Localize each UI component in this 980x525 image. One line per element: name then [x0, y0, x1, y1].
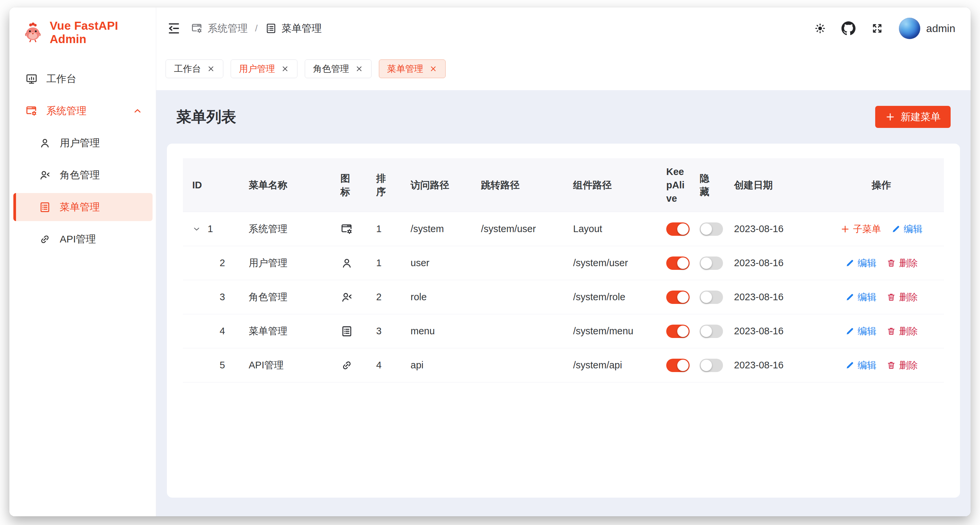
delete-button[interactable]: 删除: [886, 325, 918, 338]
menu-icon: [340, 325, 353, 338]
table-row: 4 菜单管理 3 menu /system/menu 2023-08-16: [183, 314, 944, 348]
delete-button[interactable]: 删除: [886, 291, 918, 303]
pencil-icon: [845, 327, 854, 336]
delete-label: 删除: [899, 359, 918, 372]
hidden-toggle[interactable]: [700, 222, 723, 236]
cell-id: 2: [183, 246, 239, 280]
cell-name: 系统管理: [239, 212, 331, 246]
close-icon[interactable]: [429, 65, 437, 73]
keepalive-toggle[interactable]: [666, 222, 690, 236]
cell-name: 菜单管理: [239, 314, 331, 348]
chevron-up-icon: [132, 106, 143, 116]
edit-button[interactable]: 编辑: [845, 359, 877, 372]
pencil-icon: [845, 292, 854, 302]
keepalive-toggle[interactable]: [666, 359, 690, 372]
trash-icon: [886, 292, 896, 302]
col-date: 创建日期: [725, 158, 819, 212]
keepalive-toggle[interactable]: [666, 257, 690, 270]
breadcrumb-item-menus[interactable]: 菜单管理: [265, 22, 322, 35]
breadcrumb-label: 系统管理: [208, 22, 248, 35]
delete-button[interactable]: 删除: [886, 257, 918, 270]
edit-label: 编辑: [858, 359, 877, 372]
app-title: Vue FastAPI Admin: [50, 19, 156, 46]
keepalive-toggle[interactable]: [666, 290, 690, 304]
cell-redirect: [472, 280, 564, 314]
cell-redirect: [472, 348, 564, 382]
sidebar-collapse-icon[interactable]: [166, 21, 181, 36]
theme-toggle-icon[interactable]: [814, 22, 826, 34]
plus-icon: [840, 224, 850, 234]
keepalive-toggle[interactable]: [666, 325, 690, 338]
edit-button[interactable]: 编辑: [891, 223, 923, 235]
sidebar-item-label: 系统管理: [46, 104, 86, 118]
hidden-toggle[interactable]: [700, 290, 723, 304]
fullscreen-icon[interactable]: [871, 22, 883, 35]
trash-icon: [886, 327, 896, 336]
github-icon[interactable]: [842, 21, 856, 35]
sidebar-item-roles[interactable]: 角色管理: [13, 161, 153, 189]
hidden-toggle[interactable]: [700, 257, 723, 270]
header: 系统管理 / 菜单管理 admin: [156, 7, 970, 49]
table-row: 5 API管理 4 api /system/api 2023-08-16: [183, 348, 944, 382]
close-icon[interactable]: [207, 65, 215, 73]
system-icon: [191, 22, 203, 34]
sidebar-item-menus[interactable]: 菜单管理: [13, 193, 153, 221]
sidebar-item-apis[interactable]: API管理: [13, 225, 153, 253]
tab-workbench[interactable]: 工作台: [165, 59, 223, 78]
new-menu-button[interactable]: 新建菜单: [875, 106, 951, 128]
row-expand-icon[interactable]: [192, 225, 201, 233]
edit-label: 编辑: [858, 291, 877, 303]
cell-component: /system/role: [564, 280, 657, 314]
breadcrumb-separator: /: [255, 23, 258, 34]
edit-label: 编辑: [858, 257, 877, 270]
col-icon: 图标: [331, 158, 367, 212]
menu-icon: [39, 201, 51, 214]
close-icon[interactable]: [355, 65, 363, 73]
sidebar-item-label: 工作台: [46, 72, 76, 86]
user-icon: [340, 257, 353, 270]
edit-label: 编辑: [858, 325, 877, 338]
system-icon: [25, 105, 38, 117]
cell-path: user: [401, 246, 472, 280]
page-title: 菜单列表: [176, 107, 236, 127]
tab-roles[interactable]: 角色管理: [305, 59, 372, 78]
cell-redirect: [472, 246, 564, 280]
edit-button[interactable]: 编辑: [845, 291, 877, 303]
col-name: 菜单名称: [239, 158, 331, 212]
delete-label: 删除: [899, 291, 918, 303]
tab-menus[interactable]: 菜单管理: [379, 59, 445, 78]
cell-date: 2023-08-16: [725, 246, 819, 280]
edit-button[interactable]: 编辑: [845, 257, 877, 270]
cell-path: menu: [401, 314, 472, 348]
pencil-icon: [845, 361, 854, 370]
cell-order: 1: [367, 246, 401, 280]
table-header: ID 菜单名称 图标 排序 访问路径 跳转路径 组件路径 KeepAlive 隐…: [183, 158, 944, 212]
sidebar-item-label: API管理: [60, 233, 96, 246]
table-card: ID 菜单名称 图标 排序 访问路径 跳转路径 组件路径 KeepAlive 隐…: [167, 144, 960, 498]
api-icon: [340, 359, 353, 372]
cell-order: 2: [367, 280, 401, 314]
system-icon: [340, 223, 353, 235]
sidebar-item-workbench[interactable]: 工作台: [13, 65, 153, 93]
edit-button[interactable]: 编辑: [845, 325, 877, 338]
cell-name: 角色管理: [239, 280, 331, 314]
app-logo[interactable]: Vue FastAPI Admin: [10, 7, 156, 57]
hidden-toggle[interactable]: [700, 359, 723, 372]
api-icon: [39, 233, 51, 246]
add-submenu-button[interactable]: 子菜单: [840, 223, 881, 235]
close-icon[interactable]: [281, 65, 289, 73]
avatar[interactable]: [899, 18, 920, 39]
breadcrumb-item-system[interactable]: 系统管理: [191, 22, 248, 35]
tab-label: 工作台: [174, 63, 201, 75]
tab-users[interactable]: 用户管理: [231, 59, 298, 78]
sidebar-nav: 工作台 系统管理 用户管理 角色管理 菜单管理 API管理: [10, 57, 156, 257]
delete-button[interactable]: 删除: [886, 359, 918, 372]
pencil-icon: [891, 224, 900, 234]
trash-icon: [886, 259, 896, 268]
username[interactable]: admin: [926, 22, 955, 35]
cell-name: API管理: [239, 348, 331, 382]
breadcrumb-label: 菜单管理: [282, 22, 322, 35]
hidden-toggle[interactable]: [700, 325, 723, 338]
sidebar-item-system[interactable]: 系统管理: [13, 97, 153, 125]
sidebar-item-users[interactable]: 用户管理: [13, 129, 153, 157]
